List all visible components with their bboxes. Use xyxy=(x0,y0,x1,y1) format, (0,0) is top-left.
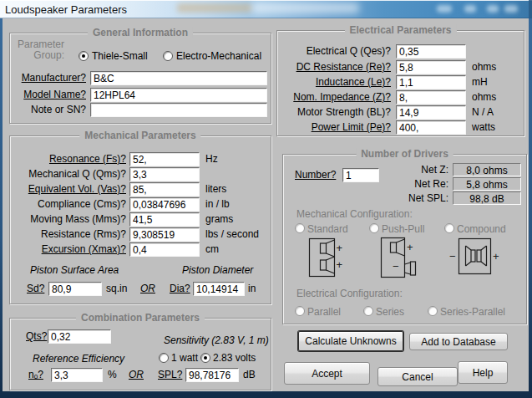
push-pull-radio xyxy=(369,223,379,233)
titlebar-glass-highlight xyxy=(252,3,359,13)
manufacturer-label[interactable]: Manufacturer? xyxy=(14,73,86,84)
note-field[interactable] xyxy=(90,103,267,117)
electro-mechanical-radio-label[interactable]: Electro-Mechanical xyxy=(176,51,261,62)
re-field[interactable] xyxy=(396,60,466,74)
reference-efficiency-heading: Reference Efficiency xyxy=(33,354,124,365)
re-unit: ohms xyxy=(472,62,496,73)
net-re-value: 5,8 ohms xyxy=(453,177,521,191)
number-field[interactable] xyxy=(342,168,379,182)
spl-field[interactable] xyxy=(185,368,239,382)
parallel-radio-label: Parallel xyxy=(307,307,341,318)
series-radio xyxy=(363,306,373,316)
spl-label[interactable]: SPL? xyxy=(158,370,182,380)
qms-label: Mechanical Q (Qms)? xyxy=(13,169,126,180)
add-to-database-button[interactable]: Add to Database xyxy=(409,333,508,350)
push-pull-configuration-diagram-icon: + − xyxy=(380,237,420,278)
net-re-label: Net Re: xyxy=(388,179,448,190)
cancel-button[interactable]: Cancel xyxy=(377,367,458,386)
vas-field[interactable] xyxy=(129,182,200,196)
sensitivity-heading: Sensitivity (2.83 V, 1 m) xyxy=(164,335,269,346)
re-label[interactable]: DC Resistance (Re)? xyxy=(284,62,391,73)
vas-label[interactable]: Equivalent Vol. (Vas)? xyxy=(13,184,126,195)
volts-radio[interactable] xyxy=(200,353,210,363)
z-field[interactable] xyxy=(396,90,466,105)
pe-label[interactable]: Power Limit (Pe)? xyxy=(284,122,391,133)
le-field[interactable] xyxy=(396,75,466,89)
dialog-client-area: General Information Parameter Group: Thi… xyxy=(3,18,529,391)
xmax-field[interactable] xyxy=(129,242,200,257)
qts-label[interactable]: Qts? xyxy=(26,331,47,342)
one-watt-radio[interactable] xyxy=(159,353,169,363)
cms-unit: in / lb xyxy=(205,199,230,210)
mms-unit: grams xyxy=(205,214,233,225)
bl-field[interactable] xyxy=(396,105,466,120)
net-z-value: 8,0 ohms xyxy=(453,163,521,176)
parameter-group-label-line2: Group: xyxy=(11,50,64,61)
eta-unit: % xyxy=(108,370,117,380)
number-label[interactable]: Number? xyxy=(295,170,336,181)
net-spl-label: Net SPL: xyxy=(388,193,448,204)
svg-text:+: + xyxy=(407,241,413,253)
eta-field[interactable] xyxy=(51,368,103,382)
rms-field[interactable] xyxy=(129,227,200,242)
qes-field[interactable] xyxy=(396,44,466,59)
calculate-unknowns-button[interactable]: Calculate Unknowns xyxy=(298,331,403,351)
electro-mechanical-radio[interactable] xyxy=(163,51,173,61)
vas-unit: liters xyxy=(205,184,226,195)
net-z-label: Net Z: xyxy=(388,165,448,176)
help-button[interactable]: Help xyxy=(458,361,508,384)
eta-label[interactable]: nₒ? xyxy=(28,370,43,380)
sd-field[interactable] xyxy=(48,282,102,296)
qms-field[interactable] xyxy=(129,167,200,181)
le-unit: mH xyxy=(472,77,488,88)
model-name-label[interactable]: Model Name? xyxy=(14,89,86,100)
mms-label: Moving Mass (Mms)? xyxy=(13,214,126,225)
standard-configuration-diagram-icon: + + xyxy=(308,237,345,278)
le-label[interactable]: Inductance (Le)? xyxy=(284,77,391,88)
piston-or-label: OR xyxy=(140,283,155,294)
series-parallel-radio-label: Series-Parallel xyxy=(440,307,505,318)
thiele-small-radio[interactable] xyxy=(79,51,89,61)
fs-field[interactable] xyxy=(129,152,200,166)
fs-unit: Hz xyxy=(205,154,218,165)
parallel-radio xyxy=(295,306,305,316)
z-label[interactable]: Nom. Impedance (Z)? xyxy=(284,92,391,103)
group-title: Mechanical Parameters xyxy=(79,130,200,141)
note-label: Note or SN? xyxy=(14,105,86,115)
dia-field[interactable] xyxy=(193,282,245,296)
electrical-configuration-label: Electrical Configuration: xyxy=(296,288,403,299)
piston-diameter-heading: Piston Diameter xyxy=(182,265,253,276)
spl-unit: dB xyxy=(243,370,256,380)
sd-label[interactable]: Sd? xyxy=(27,283,44,294)
model-name-field[interactable] xyxy=(90,88,267,102)
compound-configuration-diagram-icon: − + xyxy=(448,237,502,276)
z-unit: ohms xyxy=(472,92,496,103)
accept-button[interactable]: Accept xyxy=(284,362,370,385)
piston-surface-area-heading: Piston Surface Area xyxy=(30,265,119,276)
push-pull-radio-label: Push-Pull xyxy=(382,224,424,235)
mechanical-configuration-label: Mechanical Configuration: xyxy=(296,209,413,220)
blurred-caption-glyph xyxy=(437,5,452,13)
svg-text:−: − xyxy=(449,250,456,263)
rms-unit: lbs / second xyxy=(205,229,259,240)
group-title: Electrical Parameters xyxy=(344,24,456,36)
cms-field[interactable] xyxy=(129,197,200,212)
qts-field[interactable] xyxy=(48,329,111,344)
net-spl-value: 98,8 dB xyxy=(453,191,521,205)
bl-unit: N / A xyxy=(472,107,494,118)
standard-radio xyxy=(295,223,305,233)
combination-or-label: OR xyxy=(129,370,144,380)
manufacturer-field[interactable] xyxy=(90,71,267,85)
pe-field[interactable] xyxy=(396,120,466,135)
blurred-caption-glyph xyxy=(504,5,518,13)
thiele-small-radio-label[interactable]: Thiele-Small xyxy=(92,51,148,62)
group-title: General Information xyxy=(88,27,193,38)
one-watt-radio-label[interactable]: 1 watt xyxy=(171,353,198,364)
fs-label[interactable]: Resonance (Fs)? xyxy=(13,154,126,165)
dia-label[interactable]: Dia? xyxy=(170,283,190,294)
xmax-label[interactable]: Excursion (Xmax)? xyxy=(13,244,126,255)
mms-field[interactable] xyxy=(129,212,200,227)
bl-label: Motor Strength (BL)? xyxy=(284,107,391,118)
volts-radio-label[interactable]: 2.83 volts xyxy=(213,353,256,364)
titlebar[interactable]: Loudspeaker Parameters xyxy=(0,0,532,18)
